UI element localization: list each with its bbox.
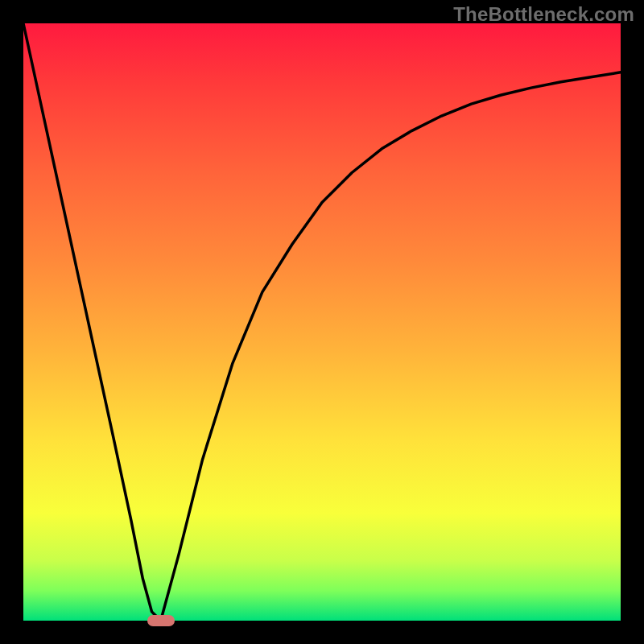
bottleneck-curve — [23, 23, 621, 621]
chart-frame: TheBottleneck.com — [0, 0, 644, 644]
plot-area — [23, 23, 621, 621]
watermark-text: TheBottleneck.com — [453, 3, 634, 26]
optimal-marker — [147, 615, 175, 626]
